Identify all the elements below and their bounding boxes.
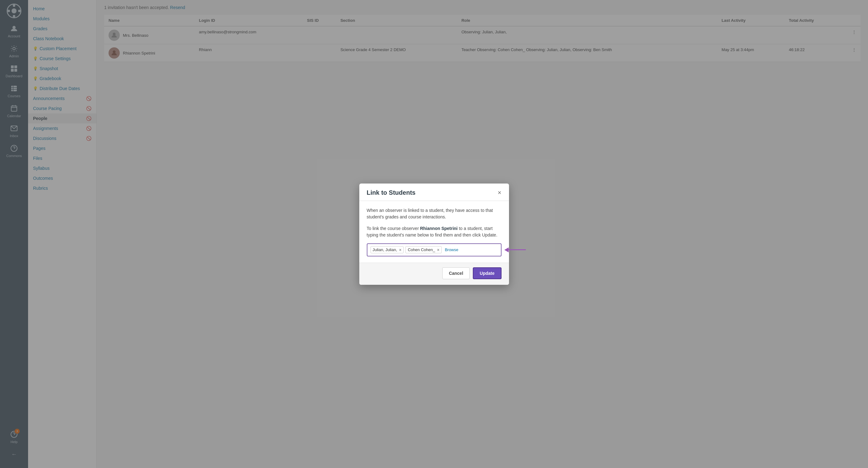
arrow-annotation — [504, 247, 526, 253]
token-remove-button[interactable]: × — [437, 248, 439, 252]
modal-footer: Cancel Update — [359, 263, 509, 285]
modal-desc1: When an observer is linked to a student,… — [367, 207, 501, 220]
arrow-head — [504, 247, 509, 253]
arrow-line — [509, 249, 526, 250]
token-label: Cohen Cohen_ — [408, 247, 435, 252]
cancel-button[interactable]: Cancel — [442, 267, 470, 279]
token-label: Julian, Julian, — [373, 247, 397, 252]
modal-close-button[interactable]: × — [498, 190, 501, 196]
modal-body: When an observer is linked to a student,… — [359, 201, 509, 263]
modal-header: Link to Students × — [359, 183, 509, 201]
update-button[interactable]: Update — [473, 267, 501, 279]
modal-title: Link to Students — [367, 189, 416, 196]
observer-name: Rhiannon Spetrini — [420, 226, 458, 231]
link-to-students-modal: Link to Students × When an observer is l… — [359, 183, 509, 285]
modal-desc2: To link the course observer Rhiannon Spe… — [367, 225, 501, 238]
token-julian: Julian, Julian, × — [371, 246, 404, 253]
browse-link[interactable]: Browse — [445, 247, 458, 252]
token-cohen: Cohen Cohen_ × — [405, 246, 442, 253]
token-remove-button[interactable]: × — [399, 248, 401, 252]
modal-overlay[interactable]: Link to Students × When an observer is l… — [0, 0, 868, 468]
student-link-input[interactable]: Julian, Julian, × Cohen Cohen_ × Browse — [367, 243, 501, 257]
